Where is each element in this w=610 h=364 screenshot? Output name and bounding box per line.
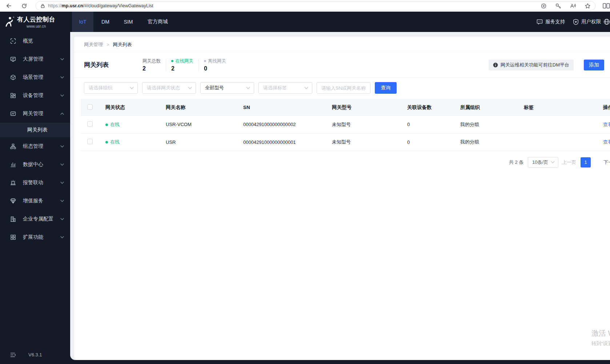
sidebar-label: 组态管理 (23, 143, 43, 150)
sidebar-label: 扩展功能 (23, 234, 43, 240)
stat-online: 在线网关 2 (171, 58, 193, 72)
gateway-table: 网关状态 网关名称 SN 网关型号 关联设备数 所属组织 标签 操作 在线 U (81, 99, 610, 151)
lock-icon[interactable] (40, 4, 45, 8)
sidebar-item-alarm[interactable]: 报警联动 (0, 174, 70, 192)
chevron-down-icon (551, 161, 555, 163)
tag-select[interactable]: 请选择标签 (258, 82, 312, 94)
chevron-up-icon (60, 113, 64, 115)
tag-cell (517, 116, 596, 133)
col-sn: SN (236, 99, 325, 116)
usr-person-logo-icon (4, 16, 15, 27)
sidebar-label: 企业专属配置 (23, 216, 53, 222)
gateway-status-select[interactable]: 请选择网关状态 (142, 82, 196, 94)
stat-offline: 离线网关 0 (204, 58, 226, 72)
sidebar-item-extension[interactable]: 扩展功能 (0, 228, 70, 246)
chat-bubble-icon (537, 19, 543, 25)
device-icon (10, 93, 16, 98)
view-link[interactable]: 查看 (603, 139, 610, 145)
stat-offline-label: 离线网关 (204, 58, 226, 64)
row-checkbox[interactable] (87, 121, 93, 127)
address-bar[interactable]: https://mp.usr.cn/#/cloud/gateway/ViewGa… (36, 1, 595, 11)
col-tag: 标签 (517, 99, 596, 116)
service-support-button[interactable]: 服务支持 (537, 12, 565, 32)
query-button[interactable]: 查询 (375, 82, 397, 94)
prev-page-button[interactable]: 上一页 (562, 159, 576, 166)
stat-divider (198, 59, 199, 71)
breadcrumb-parent[interactable]: 网关管理 (84, 37, 103, 52)
bigscreen-icon (10, 56, 16, 62)
value-added-icon (10, 198, 16, 204)
chevron-down-icon (130, 87, 134, 89)
password-key-icon[interactable] (555, 3, 561, 9)
view-link[interactable]: 查看 (603, 122, 610, 127)
page-1-button[interactable]: 1 (581, 157, 591, 167)
sidebar-label: 大屏管理 (23, 56, 43, 62)
sidebar-item-value-added[interactable]: 增值服务 (0, 192, 70, 210)
breadcrumb-current: 网关列表 (113, 37, 132, 52)
browser-back-icon[interactable] (4, 1, 13, 10)
gateway-icon (10, 111, 16, 117)
sidebar-item-data-center[interactable]: 数据中心 (0, 155, 70, 174)
enterprise-icon (10, 216, 16, 222)
sidebar-navigation: 概览 大屏管理 场景管理 设备管理 网 (0, 32, 70, 364)
select-all-checkbox[interactable] (87, 104, 93, 110)
tab-official-mall[interactable]: 官方商城 (139, 12, 176, 32)
browser-refresh-icon[interactable] (20, 1, 28, 10)
sn-search-input[interactable] (317, 82, 370, 94)
model-cell: 未知型号 (325, 116, 400, 133)
chevron-down-icon (60, 58, 64, 60)
table-header-row: 网关状态 网关名称 SN 网关型号 关联设备数 所属组织 标签 操作 (81, 99, 610, 116)
org-select[interactable]: 请选择组织 (84, 82, 138, 94)
sidebar-item-overview[interactable]: 概览 (0, 32, 70, 50)
collections-icon[interactable] (541, 3, 547, 9)
org-cell: 我的分组 (453, 116, 517, 133)
sidebar-item-gateway[interactable]: 网关管理 (0, 105, 70, 123)
language-globe-icon[interactable] (603, 12, 610, 32)
read-aloud-icon[interactable] (570, 3, 576, 9)
sidebar-item-device[interactable]: 设备管理 (0, 86, 70, 105)
page-title: 网关列表 (84, 61, 109, 69)
tab-dm[interactable]: DM (93, 12, 117, 32)
brand-logo[interactable]: 有人云控制台 www.usr.cn (0, 12, 64, 32)
sidebar-item-enterprise[interactable]: 企业专属配置 (0, 210, 70, 228)
total-count: 共 2 条 (509, 159, 523, 166)
stat-divider (166, 59, 166, 71)
app-frame: 有人云控制台 www.usr.cn IoT DM SIM 官方商城 服务支持 用… (0, 12, 610, 364)
add-gateway-button[interactable]: 添加 (584, 60, 604, 70)
sidebar-label: 报警联动 (23, 179, 43, 186)
tab-iot[interactable]: IoT (72, 12, 93, 32)
page-size-select[interactable]: 10条/页 (528, 157, 558, 168)
url-text: https://mp.usr.cn/#/cloud/gateway/ViewGa… (48, 3, 153, 8)
user-permission-button[interactable]: 用户权限 (573, 12, 601, 32)
status-cell: 在线 (98, 116, 158, 133)
device-count-cell: 0 (400, 116, 453, 133)
sidebar-item-configuration[interactable]: 组态管理 (0, 137, 70, 155)
split-screen-icon[interactable] (603, 3, 610, 9)
next-page-button[interactable]: 下一页 (603, 159, 610, 166)
gateway-name-cell: USR-VCOM (158, 116, 236, 133)
breadcrumb-separator: > (107, 37, 109, 52)
collapse-sidebar-icon[interactable] (10, 352, 16, 357)
overview-icon (10, 38, 16, 44)
breadcrumb: 网关管理 > 网关列表 (74, 37, 610, 52)
model-select[interactable]: 全部型号 (200, 82, 254, 94)
tab-sim[interactable]: SIM (117, 12, 139, 32)
app-version: V6.3.1 (28, 352, 42, 357)
sidebar-item-bigscreen[interactable]: 大屏管理 (0, 50, 70, 68)
stat-total-value: 2 (143, 65, 161, 72)
row-checkbox[interactable] (87, 139, 93, 144)
favorite-star-icon[interactable] (585, 3, 591, 9)
sidebar-label: 设备管理 (23, 92, 43, 99)
tag-cell (517, 133, 596, 151)
data-center-icon (10, 162, 16, 167)
gateway-stats: 网关总数 2 在线网关 2 离线网关 0 (143, 58, 226, 72)
chevron-down-icon (60, 76, 64, 78)
sidebar-item-scene[interactable]: 场景管理 (0, 68, 70, 86)
sidebar-subitem-gateway-list[interactable]: 网关列表 (0, 123, 70, 137)
stat-total-label: 网关总数 (143, 58, 161, 64)
sidebar-label: 增值服务 (23, 198, 43, 204)
table-row: 在线 USR 00004291000000000001 未知型号 0 我的分组 … (81, 133, 610, 151)
gateway-list-card: 网关管理 > 网关列表 网关列表 网关总数 2 在线网关 2 (74, 37, 610, 360)
pagination: 共 2 条 10条/页 上一页 1 下一页 (74, 157, 610, 168)
scene-icon (10, 74, 16, 80)
